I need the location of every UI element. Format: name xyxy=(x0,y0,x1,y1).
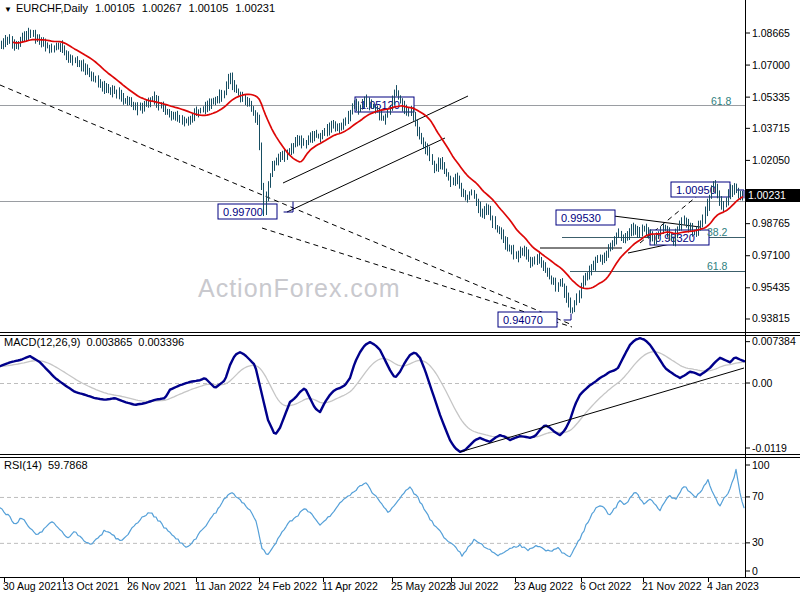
macd-signal-line xyxy=(0,352,744,438)
ohlc-open: 1.00105 xyxy=(95,2,135,14)
long-falling-dashed xyxy=(0,85,570,324)
price-level-label: 0.99700 xyxy=(223,206,263,218)
rsi-label: RSI(14) xyxy=(4,459,42,471)
rsi-header: RSI(14)59.7868 xyxy=(4,459,88,471)
current-price-tag: 1.00231 xyxy=(746,189,800,202)
ohlc-low: 1.00105 xyxy=(189,2,229,14)
macd-label: MACD(12,26,9) xyxy=(4,336,80,348)
moving-average-line xyxy=(14,40,743,289)
chart-header: ▼EURCHF,Daily1.001051.002671.001051.0023… xyxy=(4,2,275,14)
chart-canvas[interactable]: 1.051200.997000.995301.009500.983200.940… xyxy=(0,0,800,600)
chart-window: ActionForex.com 1.051200.997000.995301.0… xyxy=(0,0,800,600)
macd-header: MACD(12,26,9)0.0038650.003396 xyxy=(4,336,184,348)
rsi-value: 59.7868 xyxy=(48,459,88,471)
price-level-label: 0.99530 xyxy=(561,212,601,224)
label-hook xyxy=(564,314,571,320)
symbol-name: EURCHF,Daily xyxy=(16,2,88,14)
ohlc-high: 1.00267 xyxy=(142,2,182,14)
macd-signal-value: 0.003396 xyxy=(138,336,184,348)
ohlc-close: 1.00231 xyxy=(235,2,275,14)
price-level-label: 1.00950 xyxy=(676,184,716,196)
current-price-value: 1.00231 xyxy=(748,189,786,201)
candlestick-bars xyxy=(2,28,743,314)
symbol-dropdown-icon[interactable]: ▼ xyxy=(4,5,12,14)
macd-main-value: 0.003865 xyxy=(86,336,132,348)
macd-trendline xyxy=(460,368,744,452)
price-level-label: 0.94070 xyxy=(503,314,543,326)
